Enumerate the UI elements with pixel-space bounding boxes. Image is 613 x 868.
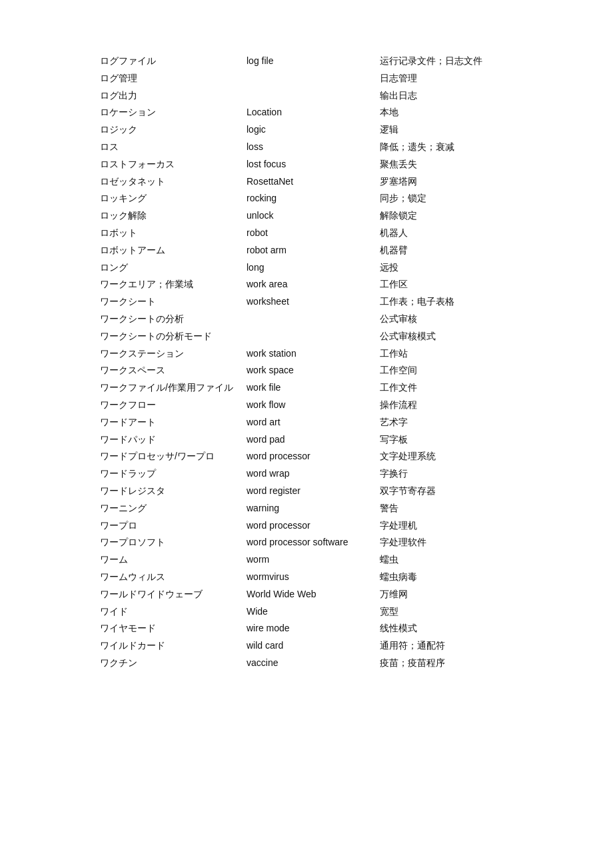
english-term: rocking [247, 191, 380, 207]
entries-container: ログファイルlog file运行记录文件；日志文件ログ管理日志管理ログ出力输出日… [100, 53, 513, 671]
english-term: word processor software [247, 535, 380, 551]
japanese-term: ロストフォーカス [100, 157, 247, 173]
chinese-term: 逻辑 [380, 122, 398, 138]
list-item: ワイドWide宽型 [100, 604, 513, 620]
japanese-term: ワイルドカード [100, 638, 247, 654]
list-item: ワードレジスタword register双字节寄存器 [100, 483, 513, 499]
japanese-term: ワークシート [100, 294, 247, 310]
chinese-term: 聚焦丢失 [380, 157, 417, 173]
english-term: word processor [247, 518, 380, 534]
list-item: ログ管理日志管理 [100, 71, 513, 87]
english-term: work space [247, 363, 380, 379]
japanese-term: ロック解除 [100, 208, 247, 224]
english-term: RosettaNet [247, 174, 380, 190]
list-item: ロケーションLocation本地 [100, 105, 513, 121]
english-term: word wrap [247, 466, 380, 482]
japanese-term: ワームウィルス [100, 569, 247, 585]
english-term: word processor [247, 449, 380, 465]
chinese-term: 宽型 [380, 604, 398, 620]
list-item: ワークフローwork flow操作流程 [100, 397, 513, 413]
list-item: ワードパッドword pad写字板 [100, 432, 513, 448]
english-term: work flow [247, 397, 380, 413]
chinese-term: 工作站 [380, 346, 408, 362]
english-term: lost focus [247, 157, 380, 173]
japanese-term: ワークファイル/作業用ファイル [100, 380, 247, 396]
english-term: Wide [247, 604, 380, 620]
chinese-term: 机器人 [380, 225, 408, 241]
japanese-term: ロゼッタネット [100, 174, 247, 190]
japanese-term: ワーニング [100, 501, 247, 517]
english-term: word art [247, 415, 380, 431]
chinese-term: 日志管理 [380, 71, 417, 87]
japanese-term: ワイヤモード [100, 621, 247, 637]
japanese-term: ワードレジスタ [100, 483, 247, 499]
english-term: wormvirus [247, 569, 380, 585]
english-term: worksheet [247, 294, 380, 310]
english-term: word register [247, 483, 380, 499]
list-item: ワードプロセッサ/ワープロword processor文字处理系统 [100, 449, 513, 465]
english-term: word pad [247, 432, 380, 448]
japanese-term: ロジック [100, 122, 247, 138]
list-item: ロングlong远投 [100, 260, 513, 276]
japanese-term: ワークエリア；作業域 [100, 277, 247, 293]
japanese-term: ワークステーション [100, 346, 247, 362]
list-item: ワークステーションwork station工作站 [100, 346, 513, 362]
list-item: ロボットアームrobot arm机器臂 [100, 243, 513, 259]
japanese-term: ワードアート [100, 415, 247, 431]
english-term: work area [247, 277, 380, 293]
list-item: ワープロword processor字处理机 [100, 518, 513, 534]
english-term: worm [247, 552, 380, 568]
japanese-term: ロケーション [100, 105, 247, 121]
english-term: wire mode [247, 621, 380, 637]
japanese-term: ロッキング [100, 191, 247, 207]
japanese-term: ロボットアーム [100, 243, 247, 259]
english-term: Location [247, 105, 380, 121]
list-item: ワードラップword wrap字换行 [100, 466, 513, 482]
japanese-term: ワーム [100, 552, 247, 568]
chinese-term: 写字板 [380, 432, 408, 448]
japanese-term: ロング [100, 260, 247, 276]
list-item: ワームworm蠕虫 [100, 552, 513, 568]
english-term [247, 88, 380, 104]
japanese-term: ワークシートの分析モード [100, 329, 247, 345]
list-item: ワードアートword art艺术字 [100, 415, 513, 431]
english-term: warning [247, 501, 380, 517]
list-item: ロジックlogic逻辑 [100, 122, 513, 138]
chinese-term: 疫苗；疫苗程序 [380, 655, 445, 671]
list-item: ワークスペースwork space工作空间 [100, 363, 513, 379]
japanese-term: ワールドワイドウェーブ [100, 587, 247, 603]
list-item: ワームウィルスwormvirus蠕虫病毒 [100, 569, 513, 585]
chinese-term: 工作文件 [380, 380, 417, 396]
chinese-term: 同步；锁定 [380, 191, 426, 207]
chinese-term: 机器臂 [380, 243, 408, 259]
japanese-term: ログファイル [100, 53, 247, 69]
list-item: ロッキングrocking同步；锁定 [100, 191, 513, 207]
english-term: wild card [247, 638, 380, 654]
japanese-term: ロス [100, 139, 247, 155]
english-term: work file [247, 380, 380, 396]
japanese-term: ワープロソフト [100, 535, 247, 551]
list-item: ワクチンvaccine疫苗；疫苗程序 [100, 655, 513, 671]
chinese-term: 字处理软件 [380, 535, 426, 551]
japanese-term: ワイド [100, 604, 247, 620]
list-item: ログファイルlog file运行记录文件；日志文件 [100, 53, 513, 69]
chinese-term: 工作表；电子表格 [380, 294, 454, 310]
list-item: ワールドワイドウェーブWorld Wide Web万维网 [100, 587, 513, 603]
english-term: unlock [247, 208, 380, 224]
list-item: ワークシートの分析モード公式审核模式 [100, 329, 513, 345]
chinese-term: 字换行 [380, 466, 408, 482]
japanese-term: ログ管理 [100, 71, 247, 87]
english-term [247, 329, 380, 345]
japanese-term: ワークスペース [100, 363, 247, 379]
list-item: ワーニングwarning警告 [100, 501, 513, 517]
chinese-term: 本地 [380, 105, 398, 121]
chinese-term: 蠕虫病毒 [380, 569, 417, 585]
japanese-term: ワクチン [100, 655, 247, 671]
chinese-term: 运行记录文件；日志文件 [380, 53, 482, 69]
english-term: robot arm [247, 243, 380, 259]
chinese-term: 蠕虫 [380, 552, 398, 568]
list-item: ワイルドカードwild card通用符；通配符 [100, 638, 513, 654]
list-item: ログ出力输出日志 [100, 88, 513, 104]
list-item: ワイヤモードwire mode线性模式 [100, 621, 513, 637]
japanese-term: ワードプロセッサ/ワープロ [100, 449, 247, 465]
